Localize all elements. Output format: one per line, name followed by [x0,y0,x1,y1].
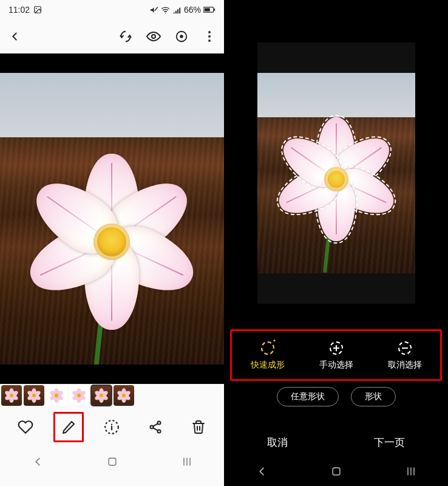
nav-back[interactable] [19,454,56,470]
svg-rect-5 [205,9,210,12]
cancel-select-tool[interactable]: 取消选择 [370,340,439,371]
quick-shape-label: 快速成形 [251,360,285,371]
status-right: 66% [149,5,216,15]
more-menu[interactable] [201,28,218,45]
status-bar: 11:02 66% [0,0,224,19]
thumbnail[interactable] [91,385,112,406]
image-icon [33,5,42,14]
thumbnail[interactable] [46,385,67,406]
viewer-toolbar [0,19,224,53]
svg-rect-18 [109,458,116,465]
svg-point-1 [36,8,37,9]
flower-photo [257,73,415,273]
quick-shape-tool[interactable]: 快速成形 [233,340,302,371]
manual-select-label: 手动选择 [319,360,353,371]
share-button[interactable] [140,412,171,442]
nav-home[interactable] [318,464,355,479]
bottom-action-bar [0,407,224,447]
svg-line-16 [153,423,158,426]
battery-percent: 66% [184,5,201,15]
nav-home[interactable] [94,454,131,470]
cancel-select-label: 取消选择 [388,360,422,371]
edit-canvas[interactable] [257,43,415,304]
right-screen: 快速成形 手动选择 取消选择 任意形状 形状 取消 下一页 [224,0,448,486]
cancel-button[interactable]: 取消 [267,436,288,450]
svg-point-9 [180,35,183,38]
next-button[interactable]: 下一页 [374,436,405,450]
manual-select-tool[interactable]: 手动选择 [302,340,370,371]
svg-rect-6 [214,9,216,11]
thumbnail[interactable] [24,385,44,406]
edit-button[interactable] [53,412,84,442]
battery-icon [203,6,216,13]
thumbnail[interactable] [114,385,134,406]
nav-back[interactable] [243,464,280,479]
favorite-button[interactable] [10,412,41,442]
thumbnail[interactable] [1,385,22,406]
svg-rect-22 [333,468,340,475]
main-image[interactable] [0,53,224,384]
remaster-icon[interactable] [117,28,134,45]
shape-pill[interactable]: 形状 [351,387,396,406]
flower-photo [0,73,224,364]
delete-button[interactable] [183,412,214,442]
eye-icon[interactable] [145,28,162,45]
thumbnail-strip[interactable] [0,384,224,407]
lens-icon[interactable] [173,28,190,45]
system-nav-bar [0,447,224,476]
svg-line-2 [155,7,158,10]
status-time: 11:02 [8,5,30,15]
thumbnail[interactable] [69,385,89,406]
mute-icon [149,5,158,15]
nav-recents[interactable] [393,464,429,479]
freeform-pill[interactable]: 任意形状 [277,387,339,406]
system-nav-bar [224,457,448,486]
nav-recents[interactable] [169,454,205,470]
left-screen: 11:02 66% [0,0,224,486]
selection-tools-row: 快速成形 手动选择 取消选择 [230,329,442,381]
svg-point-3 [165,12,166,13]
wifi-icon [161,5,170,15]
editor-footer: 取消 下一页 [224,428,448,457]
svg-line-17 [153,428,158,430]
svg-point-7 [152,35,155,38]
back-button[interactable] [6,28,23,45]
shape-pill-row: 任意形状 形状 [224,387,448,406]
sparkle-icon [271,338,277,344]
details-button[interactable] [97,412,127,442]
signal-icon [172,5,182,15]
